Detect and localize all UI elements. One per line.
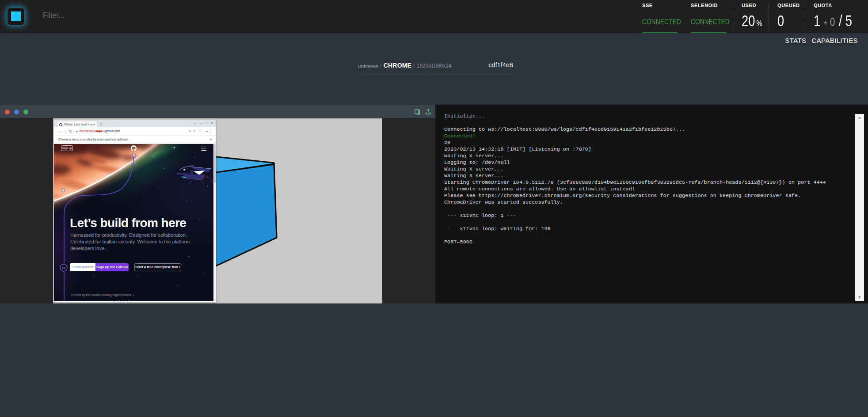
- svg-text:<>: <>: [62, 266, 65, 270]
